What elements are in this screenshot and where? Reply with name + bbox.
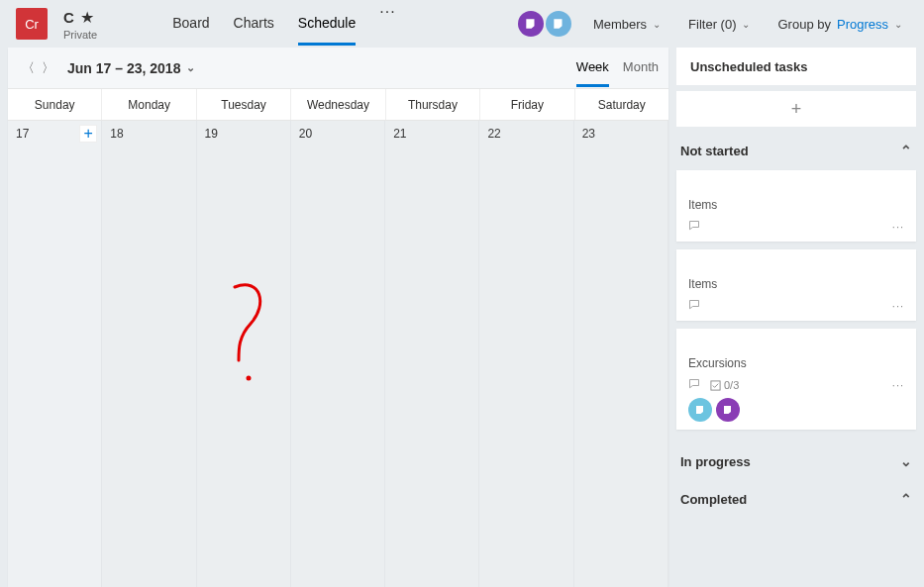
chevron-down-icon: ⌄ [186,61,195,74]
task-card[interactable]: Excursions 0/3 ··· [676,329,916,430]
task-bucket: Items [688,277,904,291]
app-header: Cr C ★ Private Board Charts Schedule ···… [0,0,924,48]
calendar-toolbar: 〈 〉 Jun 17 – 23, 2018 ⌄ Week Month [8,48,668,89]
comment-icon [688,378,700,392]
weekday-label: Thursday [386,89,480,120]
task-more-icon[interactable]: ··· [892,379,904,391]
day-number: 22 [487,127,500,141]
bucket-label: In progress [680,454,751,469]
day-number: 23 [582,127,595,141]
filter-label: Filter (0) [688,17,736,32]
view-month[interactable]: Month [623,49,659,87]
view-tabs: Board Charts Schedule ··· [172,3,395,46]
task-bucket: Excursions [688,356,904,370]
avatar[interactable] [546,11,571,37]
day-cell[interactable]: 21 [385,121,479,587]
day-number: 18 [110,127,123,141]
day-number: 20 [299,127,312,141]
weekday-label: Saturday [575,89,668,120]
day-cell[interactable]: 22 [479,121,573,587]
day-number: 17 [16,127,29,141]
weekday-label: Monday [102,89,196,120]
weekday-label: Friday [480,89,574,120]
tasks-not-started: Items ··· Items ··· Excursions [676,170,916,430]
task-card[interactable]: Items ··· [676,249,916,321]
weekday-label: Wednesday [291,89,385,120]
days-row: 17 + 18 19 20 21 22 23 [8,121,668,587]
groupby-dropdown[interactable]: Group by Progress ⌄ [771,13,908,36]
avatar[interactable] [518,11,544,37]
checklist-count: 0/3 [724,379,739,391]
weekday-label: Sunday [8,89,102,120]
date-range-label: Jun 17 – 23, 2018 [67,60,180,76]
plan-title: C [63,9,74,26]
tab-schedule[interactable]: Schedule [298,3,356,46]
filter-dropdown[interactable]: Filter (0) ⌄ [682,13,756,36]
add-task-icon[interactable]: + [79,125,97,143]
day-number: 21 [393,127,406,141]
day-cell[interactable]: 18 [102,121,196,587]
chevron-down-icon: ⌄ [900,453,912,469]
bucket-not-started[interactable]: Not started ⌃ [676,133,916,164]
task-title [688,259,904,273]
day-number: 19 [205,127,218,141]
bucket-in-progress[interactable]: In progress ⌄ [676,443,916,475]
members-label: Members [593,17,647,32]
avatar[interactable] [716,398,740,422]
member-avatars[interactable] [518,11,571,37]
chevron-down-icon: ⌄ [742,19,750,30]
plan-privacy: Private [63,29,97,41]
bucket-label: Not started [680,144,749,158]
groupby-prefix: Group by [777,17,830,32]
chevron-up-icon: ⌃ [900,491,912,507]
chevron-up-icon: ⌃ [900,143,912,158]
comment-icon [688,299,700,313]
weekday-label: Tuesday [197,89,291,120]
main-layout: 〈 〉 Jun 17 – 23, 2018 ⌄ Week Month Sunda… [0,48,924,587]
checklist-progress: 0/3 [710,379,739,391]
chevron-down-icon: ⌄ [894,19,902,30]
unscheduled-header: Unscheduled tasks [676,48,916,85]
avatar[interactable] [688,398,712,422]
date-range-picker[interactable]: Jun 17 – 23, 2018 ⌄ [67,60,195,76]
members-dropdown[interactable]: Members ⌄ [587,13,667,36]
task-title [688,180,904,194]
weekday-header: Sunday Monday Tuesday Wednesday Thursday… [8,89,668,121]
favorite-star-icon[interactable]: ★ [80,8,94,27]
calendar-panel: 〈 〉 Jun 17 – 23, 2018 ⌄ Week Month Sunda… [8,48,668,587]
task-bucket: Items [688,198,904,212]
next-week-button[interactable]: 〉 [38,58,57,78]
day-cell[interactable]: 19 [197,121,291,587]
comment-icon [688,220,700,234]
plan-title-block: C ★ Private [63,8,97,41]
prev-week-button[interactable]: 〈 [18,58,38,78]
bucket-completed[interactable]: Completed ⌃ [676,481,916,513]
task-more-icon[interactable]: ··· [892,221,904,233]
groupby-value: Progress [837,17,888,32]
svg-rect-1 [711,380,720,389]
tab-board[interactable]: Board [172,3,209,46]
calendar-view-switch: Week Month [576,49,659,87]
task-title [688,339,904,352]
chevron-down-icon: ⌄ [653,19,661,30]
add-task-button[interactable]: + [676,91,916,127]
day-cell[interactable]: 20 [291,121,385,587]
plan-icon: Cr [16,8,48,40]
day-cell[interactable]: 23 [574,121,668,587]
unscheduled-panel: Unscheduled tasks + Not started ⌃ Items … [676,48,916,587]
day-cell[interactable]: 17 + [8,121,102,587]
task-assignees [688,398,904,422]
view-week[interactable]: Week [576,49,609,87]
tab-charts[interactable]: Charts [234,3,274,46]
tab-more-icon[interactable]: ··· [379,3,395,46]
task-card[interactable]: Items ··· [676,170,916,242]
task-more-icon[interactable]: ··· [892,300,904,312]
bucket-label: Completed [680,492,747,507]
